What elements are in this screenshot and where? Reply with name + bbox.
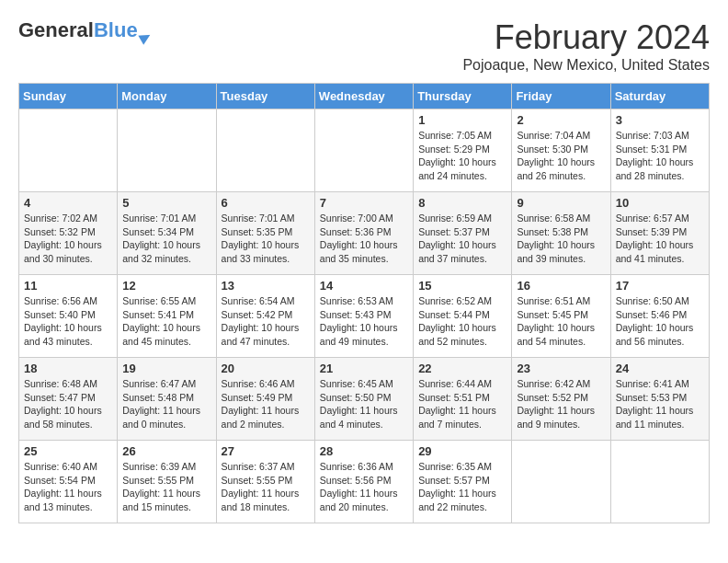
month-title: February 2024 (462, 18, 710, 57)
day-number: 25 (24, 444, 112, 458)
cell-info: Sunrise: 7:01 AM Sunset: 5:34 PM Dayligh… (122, 212, 210, 266)
day-number: 5 (122, 196, 210, 210)
calendar-week-row: 11Sunrise: 6:56 AM Sunset: 5:40 PM Dayli… (19, 275, 710, 358)
day-number: 8 (418, 196, 506, 210)
day-number: 18 (24, 362, 112, 375)
logo-bird-icon (140, 23, 158, 38)
day-number: 14 (320, 279, 408, 293)
cell-info: Sunrise: 6:42 AM Sunset: 5:52 PM Dayligh… (517, 377, 605, 431)
day-number: 17 (616, 279, 704, 293)
cell-info: Sunrise: 6:51 AM Sunset: 5:45 PM Dayligh… (517, 294, 605, 349)
cell-info: Sunrise: 6:52 AM Sunset: 5:44 PM Dayligh… (418, 294, 506, 349)
cell-info: Sunrise: 7:05 AM Sunset: 5:29 PM Dayligh… (418, 129, 506, 183)
calendar-cell: 5Sunrise: 7:01 AM Sunset: 5:34 PM Daylig… (118, 192, 216, 275)
day-number: 24 (616, 362, 704, 375)
calendar-cell: 20Sunrise: 6:46 AM Sunset: 5:49 PM Dayli… (216, 358, 314, 441)
location-text: Pojoaque, New Mexico, United States (462, 57, 710, 74)
day-number: 21 (320, 362, 408, 375)
calendar-cell: 1Sunrise: 7:05 AM Sunset: 5:29 PM Daylig… (414, 109, 512, 192)
calendar-week-row: 4Sunrise: 7:02 AM Sunset: 5:32 PM Daylig… (19, 192, 710, 275)
calendar-cell: 29Sunrise: 6:35 AM Sunset: 5:57 PM Dayli… (414, 441, 512, 523)
cell-info: Sunrise: 6:57 AM Sunset: 5:39 PM Dayligh… (616, 212, 704, 266)
calendar-cell: 10Sunrise: 6:57 AM Sunset: 5:39 PM Dayli… (610, 192, 709, 275)
calendar-cell: 21Sunrise: 6:45 AM Sunset: 5:50 PM Dayli… (314, 358, 413, 441)
day-number: 3 (616, 113, 704, 127)
cell-info: Sunrise: 6:58 AM Sunset: 5:38 PM Dayligh… (517, 212, 605, 266)
calendar-cell: 27Sunrise: 6:37 AM Sunset: 5:55 PM Dayli… (216, 441, 314, 523)
day-number: 20 (222, 362, 310, 375)
day-number: 12 (122, 279, 210, 293)
cell-info: Sunrise: 6:37 AM Sunset: 5:55 PM Dayligh… (222, 460, 310, 514)
day-number: 29 (418, 444, 506, 458)
calendar-cell: 22Sunrise: 6:44 AM Sunset: 5:51 PM Dayli… (414, 358, 512, 441)
day-number: 13 (222, 279, 310, 293)
logo-general-text: General (18, 18, 94, 42)
cell-info: Sunrise: 6:45 AM Sunset: 5:50 PM Dayligh… (320, 377, 408, 431)
calendar-cell: 13Sunrise: 6:54 AM Sunset: 5:42 PM Dayli… (216, 275, 314, 358)
calendar-cell (512, 441, 610, 523)
day-of-week-header: Sunday (19, 84, 118, 109)
calendar-cell: 17Sunrise: 6:50 AM Sunset: 5:46 PM Dayli… (610, 275, 709, 358)
cell-info: Sunrise: 6:35 AM Sunset: 5:57 PM Dayligh… (418, 460, 506, 514)
cell-info: Sunrise: 6:46 AM Sunset: 5:49 PM Dayligh… (222, 377, 310, 431)
calendar-body: 1Sunrise: 7:05 AM Sunset: 5:29 PM Daylig… (19, 109, 710, 523)
cell-info: Sunrise: 6:47 AM Sunset: 5:48 PM Dayligh… (122, 377, 210, 431)
calendar-cell: 11Sunrise: 6:56 AM Sunset: 5:40 PM Dayli… (19, 275, 118, 358)
calendar-table: SundayMondayTuesdayWednesdayThursdayFrid… (18, 83, 710, 523)
cell-info: Sunrise: 6:55 AM Sunset: 5:41 PM Dayligh… (122, 294, 210, 349)
day-number: 1 (418, 113, 506, 127)
calendar-cell: 16Sunrise: 6:51 AM Sunset: 5:45 PM Dayli… (512, 275, 610, 358)
calendar-cell: 3Sunrise: 7:03 AM Sunset: 5:31 PM Daylig… (610, 109, 709, 192)
day-number: 22 (418, 362, 506, 375)
day-number: 4 (24, 196, 112, 210)
day-number: 2 (517, 113, 605, 127)
day-of-week-header: Wednesday (314, 84, 413, 109)
cell-info: Sunrise: 7:04 AM Sunset: 5:30 PM Dayligh… (517, 129, 605, 183)
cell-info: Sunrise: 6:50 AM Sunset: 5:46 PM Dayligh… (616, 294, 704, 349)
calendar-cell: 7Sunrise: 7:00 AM Sunset: 5:36 PM Daylig… (314, 192, 413, 275)
calendar-cell: 19Sunrise: 6:47 AM Sunset: 5:48 PM Dayli… (118, 358, 216, 441)
cell-info: Sunrise: 6:41 AM Sunset: 5:53 PM Dayligh… (616, 377, 704, 431)
day-number: 23 (517, 362, 605, 375)
calendar-cell: 4Sunrise: 7:02 AM Sunset: 5:32 PM Daylig… (19, 192, 118, 275)
cell-info: Sunrise: 7:00 AM Sunset: 5:36 PM Dayligh… (320, 212, 408, 266)
day-of-week-header: Friday (512, 84, 610, 109)
calendar-cell: 12Sunrise: 6:55 AM Sunset: 5:41 PM Dayli… (118, 275, 216, 358)
cell-info: Sunrise: 6:54 AM Sunset: 5:42 PM Dayligh… (222, 294, 310, 349)
calendar-cell: 15Sunrise: 6:52 AM Sunset: 5:44 PM Dayli… (414, 275, 512, 358)
day-number: 19 (122, 362, 210, 375)
day-number: 11 (24, 279, 112, 293)
calendar-cell: 9Sunrise: 6:58 AM Sunset: 5:38 PM Daylig… (512, 192, 610, 275)
calendar-cell: 23Sunrise: 6:42 AM Sunset: 5:52 PM Dayli… (512, 358, 610, 441)
day-of-week-header: Thursday (414, 84, 512, 109)
calendar-week-row: 25Sunrise: 6:40 AM Sunset: 5:54 PM Dayli… (19, 441, 710, 523)
calendar-cell: 8Sunrise: 6:59 AM Sunset: 5:37 PM Daylig… (414, 192, 512, 275)
calendar-cell: 6Sunrise: 7:01 AM Sunset: 5:35 PM Daylig… (216, 192, 314, 275)
calendar-cell: 24Sunrise: 6:41 AM Sunset: 5:53 PM Dayli… (610, 358, 709, 441)
day-number: 9 (517, 196, 605, 210)
day-number: 6 (222, 196, 310, 210)
logo: GeneralBlue (18, 18, 158, 42)
page-header: GeneralBlue February 2024 Pojoaque, New … (18, 18, 710, 74)
calendar-cell: 2Sunrise: 7:04 AM Sunset: 5:30 PM Daylig… (512, 109, 610, 192)
day-number: 10 (616, 196, 704, 210)
day-number: 28 (320, 444, 408, 458)
calendar-header: SundayMondayTuesdayWednesdayThursdayFrid… (19, 84, 710, 109)
cell-info: Sunrise: 6:40 AM Sunset: 5:54 PM Dayligh… (24, 460, 112, 514)
day-of-week-header: Tuesday (216, 84, 314, 109)
day-number: 16 (517, 279, 605, 293)
cell-info: Sunrise: 6:53 AM Sunset: 5:43 PM Dayligh… (320, 294, 408, 349)
day-number: 27 (222, 444, 310, 458)
calendar-cell: 28Sunrise: 6:36 AM Sunset: 5:56 PM Dayli… (314, 441, 413, 523)
cell-info: Sunrise: 7:03 AM Sunset: 5:31 PM Dayligh… (616, 129, 704, 183)
calendar-cell: 18Sunrise: 6:48 AM Sunset: 5:47 PM Dayli… (19, 358, 118, 441)
calendar-cell: 26Sunrise: 6:39 AM Sunset: 5:55 PM Dayli… (118, 441, 216, 523)
day-number: 26 (122, 444, 210, 458)
day-number: 7 (320, 196, 408, 210)
calendar-week-row: 1Sunrise: 7:05 AM Sunset: 5:29 PM Daylig… (19, 109, 710, 192)
calendar-cell: 25Sunrise: 6:40 AM Sunset: 5:54 PM Dayli… (19, 441, 118, 523)
cell-info: Sunrise: 7:01 AM Sunset: 5:35 PM Dayligh… (222, 212, 310, 266)
calendar-cell (610, 441, 709, 523)
calendar-cell (314, 109, 413, 192)
cell-info: Sunrise: 6:44 AM Sunset: 5:51 PM Dayligh… (418, 377, 506, 431)
